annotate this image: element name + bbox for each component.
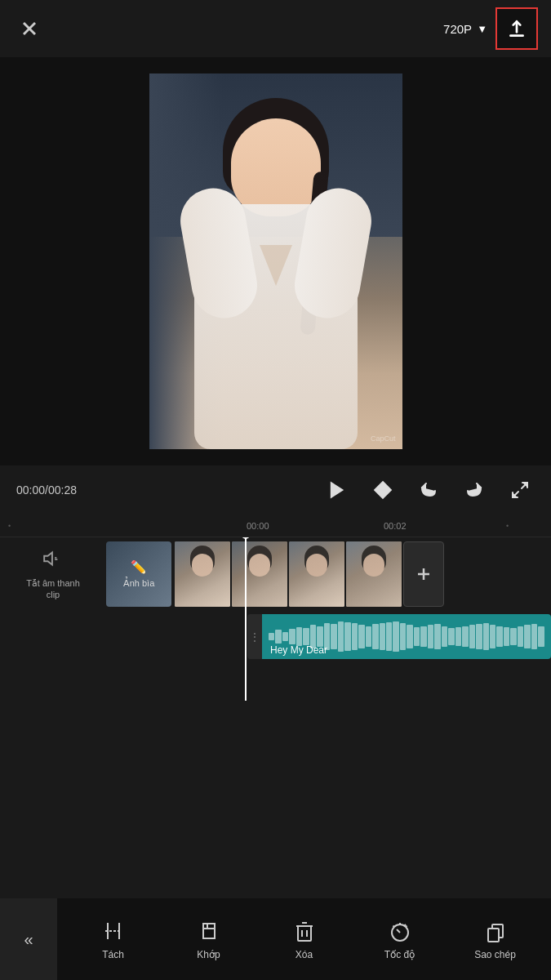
waveform-bar (380, 623, 385, 650)
waveform-bar (407, 625, 412, 648)
playhead (245, 537, 247, 701)
waveform-bar (303, 628, 309, 645)
tach-icon (100, 918, 127, 944)
play-button[interactable] (322, 475, 352, 505)
svg-line-31 (393, 926, 394, 928)
audio-handle[interactable] (247, 614, 262, 659)
timeline-tracks: Tắt âm thanhclip ✏️ Ảnh bìa (0, 537, 551, 701)
svg-marker-11 (44, 552, 52, 564)
add-clip-button[interactable] (403, 541, 444, 607)
video-clips-strip (175, 541, 444, 607)
waveform-bar (455, 627, 461, 647)
xoa-icon (291, 918, 318, 944)
timeline-ruler: 00:00 • 00:02 • (0, 514, 551, 537)
video-frame: CapCut (149, 74, 402, 449)
playback-controls-bar: 00:00/00:28 (0, 466, 551, 514)
waveform-bar (269, 633, 274, 640)
waveform-bar (538, 626, 544, 648)
svg-rect-36 (488, 929, 499, 942)
video-clip-2[interactable] (232, 541, 287, 607)
saochep-label: Sao chép (474, 949, 516, 960)
toolbar-item-saochep[interactable]: Sao chép (471, 918, 520, 960)
audio-waveform[interactable]: Hey My Dear (262, 614, 551, 659)
video-clip-3[interactable] (289, 541, 344, 607)
keyframe-button[interactable] (368, 475, 398, 505)
svg-line-34 (404, 924, 406, 926)
header-right: 720P ▼ (443, 7, 538, 50)
svg-line-32 (406, 926, 407, 928)
waveform-bar (434, 624, 440, 649)
video-clip-4[interactable] (346, 541, 402, 607)
waveform-bar (483, 623, 489, 650)
waveform-bar (331, 624, 336, 649)
waveform-bar (344, 622, 350, 651)
waveform-bar (510, 628, 516, 645)
video-track-row: Tắt âm thanhclip ✏️ Ảnh bìa (0, 537, 551, 611)
waveform-bar (496, 626, 502, 648)
waveform-bar (386, 622, 392, 651)
tach-label: Tách (102, 949, 124, 960)
waveform-bar (420, 626, 426, 648)
ruler-mark-00: 00:00 (247, 521, 269, 531)
audio-title: Hey My Dear (270, 644, 327, 656)
waveform-bar (393, 621, 398, 653)
waveform-bar (366, 626, 371, 648)
waveform-bar (338, 621, 344, 653)
timeline-section: 00:00 • 00:02 • T (0, 514, 551, 792)
waveform-bar (476, 624, 482, 649)
waveform-bar (442, 626, 447, 648)
waveform-bar (282, 632, 288, 642)
waveform-bar (352, 623, 358, 650)
video-preview-area: CapCut (0, 57, 551, 466)
waveform-bar (414, 627, 420, 647)
khop-label: Khớp (197, 949, 220, 960)
ruler-dot2: • (506, 522, 509, 530)
waveform-bar (518, 626, 523, 648)
fullscreen-button[interactable] (505, 475, 535, 505)
speaker-icon (42, 548, 64, 574)
resolution-selector[interactable]: 720P ▼ (443, 22, 487, 36)
xoa-label: Xóa (295, 949, 313, 960)
waveform-bar (358, 625, 364, 648)
svg-line-33 (397, 929, 400, 933)
toolbar-item-tach[interactable]: Tách (89, 918, 138, 960)
total-time: 00:28 (48, 483, 77, 497)
waveform-bar (289, 629, 295, 644)
audio-track-row: Hey My Dear (0, 614, 551, 659)
waveform-bar (469, 625, 475, 648)
video-clip-1[interactable] (175, 541, 230, 607)
mute-label-text: Tắt âm thanhclip (26, 577, 80, 601)
undo-button[interactable] (414, 475, 443, 505)
header: 720P ▼ (0, 0, 551, 57)
waveform-bar (462, 626, 468, 648)
resolution-arrow: ▼ (477, 23, 487, 35)
waveform-bar (448, 628, 454, 645)
current-time: 00:00 (16, 483, 45, 497)
khop-icon (196, 918, 222, 944)
svg-rect-24 (298, 926, 311, 941)
cover-edit-icon: ✏️ (131, 559, 147, 575)
svg-marker-4 (331, 482, 344, 499)
toolbar-items: Tách Khớp (57, 898, 551, 980)
tocdo-icon (387, 918, 413, 944)
back-button[interactable]: « (0, 898, 57, 980)
waveform-bar (372, 624, 378, 649)
close-button[interactable] (13, 12, 46, 45)
saochep-icon (482, 918, 509, 944)
waveform-bar (504, 627, 509, 647)
redo-button[interactable] (460, 475, 489, 505)
waveform-bar (428, 625, 433, 648)
time-display: 00:00/00:28 (16, 483, 77, 497)
cover-thumbnail[interactable]: ✏️ Ảnh bìa (106, 541, 171, 607)
toolbar-item-tocdo[interactable]: Tốc độ (375, 918, 424, 960)
svg-marker-21 (203, 924, 215, 938)
back-icon: « (24, 930, 33, 949)
export-button[interactable] (495, 7, 538, 50)
resolution-label: 720P (443, 22, 472, 36)
cover-label: Ảnh bìa (123, 578, 155, 589)
mute-track-label: Tắt âm thanhclip (0, 541, 106, 608)
toolbar-item-xoa[interactable]: Xóa (280, 918, 329, 960)
toolbar-item-khop[interactable]: Khớp (184, 918, 233, 960)
waveform-bar (275, 630, 281, 643)
waveform-bar (524, 625, 530, 648)
